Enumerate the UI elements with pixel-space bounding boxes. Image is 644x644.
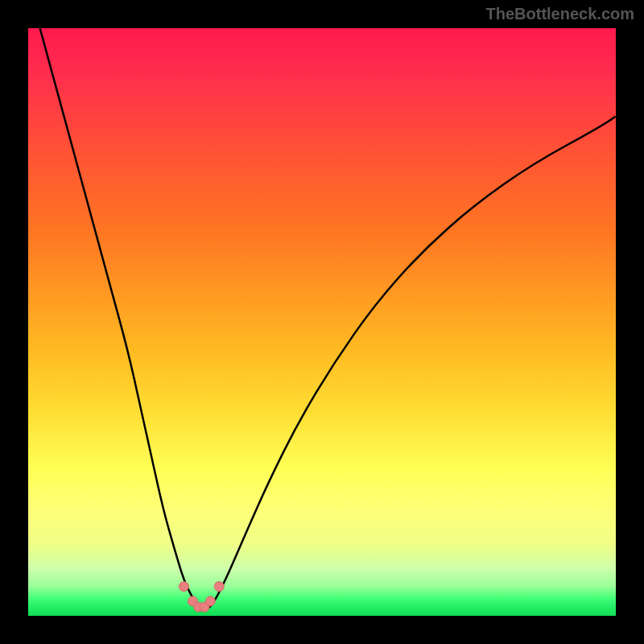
watermark-text: TheBottleneck.com [486,5,634,23]
bottleneck-curve [40,28,616,609]
marker-dot [214,582,224,592]
marker-dot [205,597,215,606]
marker-dot [179,582,188,592]
chart-svg [28,28,616,616]
chart-plot-area [28,28,616,616]
